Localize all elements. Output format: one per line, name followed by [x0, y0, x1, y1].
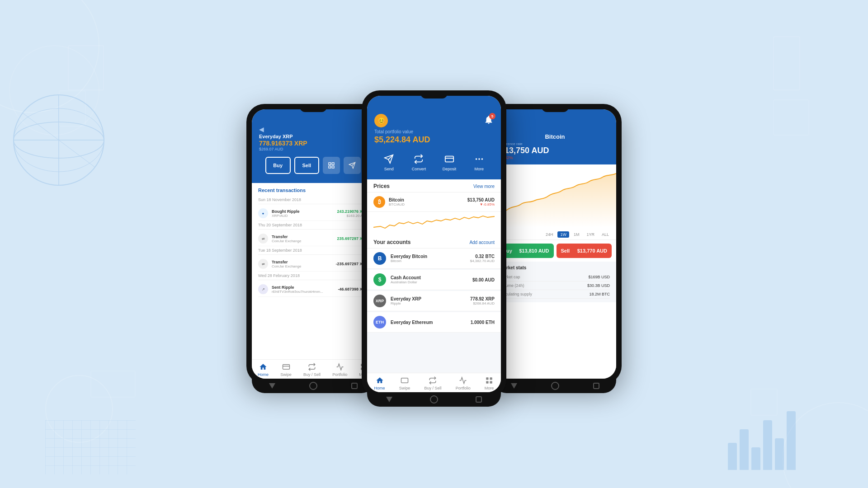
- left-notch: [300, 104, 327, 112]
- send-label: Send: [384, 167, 394, 171]
- notification-bell[interactable]: 5: [484, 115, 494, 127]
- btc-price-info: Bitcoin BTC/AUD: [389, 197, 467, 206]
- tx-info: Transfer CoinJar Exchange: [272, 235, 337, 243]
- tx-sub: XRP/AUD: [272, 214, 337, 218]
- tab-24h[interactable]: 24H: [543, 231, 556, 238]
- buy-sell-row: Buy Sell: [259, 154, 367, 178]
- date-label-2: Thu 20 September 2018: [258, 221, 368, 230]
- table-row: ⇌ Transfer CoinJar Exchange -235.697297 …: [258, 257, 368, 272]
- coin-change: ▼-0.85%: [467, 202, 495, 206]
- buy-button[interactable]: Buy: [265, 157, 291, 174]
- android-back[interactable]: [269, 383, 275, 389]
- tab-1yr[interactable]: 1YR: [584, 231, 597, 238]
- price-chart: [494, 164, 616, 228]
- center-content: Prices View more ₿ Bitcoin BTC/AUD $13,7…: [367, 179, 501, 373]
- nav-more-c[interactable]: More: [485, 376, 494, 390]
- prices-title: Prices: [373, 183, 390, 189]
- nav-portfolio-c[interactable]: Portfolio: [456, 376, 471, 390]
- list-item[interactable]: ETH Everyday Ethereum 1.0000 ETH: [367, 312, 501, 333]
- tx-buy-icon: ●: [258, 208, 268, 218]
- nav-buysell[interactable]: Buy / Sell: [303, 362, 321, 377]
- center-phone-nav: [367, 392, 501, 407]
- user-avatar[interactable]: 😊: [374, 114, 388, 127]
- acct-crypto: $0.00 AUD: [472, 277, 495, 282]
- list-item[interactable]: B Everyday Bitcoin Bitcoin 0.32 BTC $4,3…: [367, 249, 501, 269]
- android-home[interactable]: [309, 382, 317, 390]
- android-back-c[interactable]: [386, 397, 392, 402]
- nav-buysell-c[interactable]: Buy / Sell: [424, 376, 441, 390]
- android-home-c[interactable]: [430, 395, 438, 404]
- stat-value-supply: 18.2M BTC: [589, 292, 610, 296]
- tx-transfer-icon: ⇌: [258, 234, 268, 244]
- svg-rect-30: [490, 381, 492, 384]
- right-coin-title-container: Bitcoin: [500, 133, 610, 140]
- android-recents-c[interactable]: [476, 396, 482, 403]
- right-back-icon[interactable]: ◀: [500, 126, 610, 132]
- view-more-btn[interactable]: View more: [473, 184, 495, 189]
- back-icon[interactable]: ◀: [259, 126, 367, 133]
- more-action[interactable]: More: [473, 153, 486, 171]
- android-recents-r[interactable]: [593, 383, 599, 389]
- transactions-content: Recent transactions Sun 18 November 2018…: [252, 183, 374, 359]
- tx-sub: CoinJar Exchange: [272, 239, 337, 243]
- send-action[interactable]: Send: [382, 153, 395, 171]
- svg-rect-27: [486, 377, 488, 380]
- date-label-4: Wed 28 February 2018: [258, 272, 368, 280]
- coin-pair: BTC/AUD: [389, 202, 467, 206]
- tab-1m[interactable]: 1M: [571, 231, 582, 238]
- nav-portfolio[interactable]: Portfolio: [332, 362, 347, 377]
- tx-send-icon: ↗: [258, 284, 268, 294]
- buysell-icon-c: [428, 376, 437, 385]
- sell-button[interactable]: Sell: [294, 157, 320, 174]
- convert-action[interactable]: Convert: [412, 153, 426, 171]
- add-account-btn[interactable]: Add account: [469, 240, 495, 245]
- buy-trade-btn[interactable]: Buy $13,810 AUD: [498, 244, 554, 258]
- svg-point-0: [14, 95, 104, 185]
- prices-header: Prices View more: [367, 179, 501, 192]
- action-bar: Send Convert Deposit: [374, 148, 494, 173]
- tab-all[interactable]: ALL: [599, 231, 612, 238]
- nav-portfolio-label: Portfolio: [332, 372, 347, 377]
- send-button[interactable]: [344, 157, 361, 174]
- svg-rect-28: [490, 377, 492, 380]
- show-button[interactable]: [323, 157, 340, 174]
- tx-info: Transfer CoinJar Exchange: [272, 260, 335, 268]
- nav-swipe-c[interactable]: Swipe: [399, 376, 410, 390]
- right-coin-title: Bitcoin: [500, 133, 610, 140]
- tab-1w[interactable]: 1W: [557, 231, 569, 238]
- portfolio-icon: [335, 362, 344, 371]
- left-header: ◀ Everyday XRP 778.916373 XRP $269.07 AU…: [252, 109, 374, 183]
- tx-info: Sent Ripple rEh8TV3nRok5ou7hurokHmm...: [272, 285, 338, 294]
- acct-sub: Ripple: [391, 301, 470, 305]
- list-item[interactable]: $ Cash Account Australian Dollar $0.00 A…: [367, 270, 501, 290]
- svg-line-5: [23, 113, 95, 167]
- buysell-icon: [307, 362, 316, 371]
- more-icon-c: [485, 376, 494, 385]
- acct-fiat: $4,382.70 AUD: [470, 259, 495, 263]
- deposit-action[interactable]: Deposit: [443, 153, 457, 171]
- ref-change: -0.82%: [500, 155, 610, 160]
- tx-sub: rEh8TV3nRok5ou7hurokHmm...: [272, 290, 338, 294]
- center-app-nav: Home Swipe Buy / Sell: [367, 373, 501, 392]
- cash-acct-icon: $: [373, 273, 386, 286]
- acct-sub: Australian Dollar: [391, 280, 472, 284]
- android-back-r[interactable]: [511, 383, 517, 389]
- tx-name: Transfer: [272, 235, 337, 239]
- sell-trade-btn[interactable]: Sell $13,770 AUD: [557, 244, 612, 258]
- stat-market-cap: Market cap $169B USD: [500, 273, 610, 282]
- table-row: ⇌ Transfer CoinJar Exchange 235.697297 X…: [258, 231, 368, 246]
- transactions-title: Recent transactions: [258, 188, 368, 193]
- nav-home-c[interactable]: Home: [374, 376, 385, 390]
- nav-swipe[interactable]: Swipe: [280, 362, 292, 377]
- date-label-3: Tue 18 September 2018: [258, 246, 368, 255]
- android-home-r[interactable]: [551, 382, 559, 390]
- list-item[interactable]: XRP Everyday XRP Ripple 778.92 XRP $268.…: [367, 291, 501, 311]
- nav-home[interactable]: Home: [258, 362, 269, 377]
- android-recents[interactable]: [351, 383, 358, 389]
- sell-btn-price: $13,770 AUD: [577, 248, 607, 253]
- btc-price-row[interactable]: ₿ Bitcoin BTC/AUD $13,750 AUD ▼-0.85%: [367, 192, 501, 212]
- btc-price-right: $13,750 AUD ▼-0.85%: [467, 197, 495, 206]
- right-header: ◀ Bitcoin reference rate $13,750 AUD -0.…: [494, 109, 616, 164]
- sell-btn-label: Sell: [561, 248, 570, 253]
- svg-point-25: [481, 158, 483, 160]
